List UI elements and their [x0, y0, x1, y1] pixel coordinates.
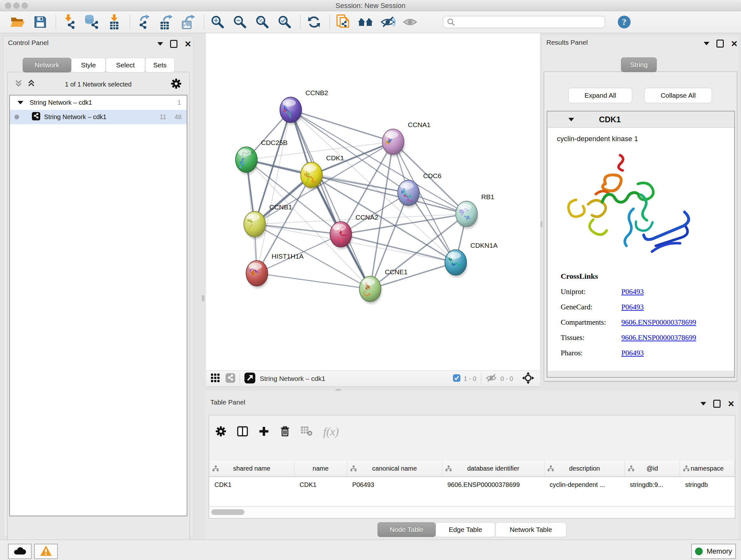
- tab-network[interactable]: Network: [23, 58, 71, 72]
- network-collection-row[interactable]: String Network – cdk1 1: [10, 96, 187, 110]
- panel-menu-icon[interactable]: [704, 42, 710, 45]
- network-row-selected[interactable]: String Network – cdk1 11 48: [10, 110, 187, 124]
- add-column-icon[interactable]: [259, 426, 269, 438]
- panel-menu-icon[interactable]: [700, 402, 706, 406]
- edge-CCNB2-HIST1H1A[interactable]: [257, 110, 291, 273]
- column-mapping-icon: [350, 465, 357, 473]
- panel-close-icon[interactable]: ✕: [728, 401, 735, 407]
- edge-CCNB1-CCNA2[interactable]: [255, 224, 341, 234]
- tab-node-table[interactable]: Node Table: [378, 522, 435, 537]
- zoom-fit-icon[interactable]: [254, 14, 271, 30]
- scrollbar-thumb[interactable]: [211, 509, 245, 515]
- duplicate-network-icon[interactable]: [335, 14, 352, 30]
- crosslink-link[interactable]: 9606.ENSP00000378699: [621, 334, 696, 342]
- panel-float-icon[interactable]: [170, 40, 178, 48]
- node-HIST1H1A[interactable]: HIST1H1A: [246, 253, 304, 288]
- zoom-out-icon[interactable]: [232, 14, 248, 30]
- hide-selected-icon[interactable]: [380, 14, 396, 30]
- crosslink-link[interactable]: P06493: [621, 303, 644, 311]
- gene-section-header[interactable]: CDK1: [547, 111, 734, 128]
- tab-style[interactable]: Style: [71, 58, 106, 72]
- tab-select[interactable]: Select: [106, 58, 145, 72]
- export-network-icon[interactable]: [135, 14, 152, 30]
- gene-collapse-icon[interactable]: [568, 118, 574, 121]
- table-cell[interactable]: cyclin-dependent ...: [544, 481, 625, 489]
- left-splitter-handle[interactable]: [202, 295, 205, 301]
- node-RB1[interactable]: RB1: [456, 193, 494, 229]
- table-row[interactable]: CDK1CDK1P064939606.ENSP00000378699cyclin…: [209, 477, 735, 492]
- table-cell[interactable]: CDK1: [209, 481, 294, 489]
- expand-all-button[interactable]: Expand All: [568, 88, 632, 103]
- memory-button[interactable]: Memory: [691, 544, 736, 559]
- table-cell[interactable]: stringdb:9...: [625, 481, 680, 489]
- edge-CCNB2-RB1[interactable]: [291, 110, 467, 214]
- open-session-icon[interactable]: [10, 14, 26, 30]
- birdseye-toggle-icon[interactable]: [522, 372, 534, 385]
- tab-edge-table[interactable]: Edge Table: [435, 522, 495, 537]
- node-CCNA2[interactable]: CCNA2: [330, 213, 378, 249]
- edge-CDKN1A-CCNE1[interactable]: [370, 262, 456, 289]
- panel-close-icon[interactable]: ✕: [731, 41, 738, 47]
- string-network-graph[interactable]: CCNB2CCNA1CDC25BCDK1CDC6RB1CCNB1CCNA2CDK…: [206, 33, 540, 370]
- detach-view-icon[interactable]: [245, 373, 255, 385]
- collection-expand-icon[interactable]: [17, 101, 23, 105]
- panel-float-icon[interactable]: [713, 400, 721, 408]
- selected-checkbox-icon[interactable]: [453, 374, 461, 383]
- zoom-selected-icon[interactable]: [276, 14, 293, 30]
- network-options-gear-icon[interactable]: [171, 78, 182, 90]
- node-CDC25B[interactable]: CDC25B: [235, 139, 287, 175]
- table-cell[interactable]: stringdb: [680, 481, 735, 489]
- edge-HIST1H1A-CCNE1[interactable]: [257, 273, 370, 289]
- application-window: Session: New Session: [0, 0, 741, 560]
- panel-float-icon[interactable]: [717, 40, 724, 48]
- tab-sets[interactable]: Sets: [145, 58, 175, 72]
- edge-CCNA2-CDKN1A[interactable]: [341, 234, 456, 262]
- column-header-name[interactable]: name: [294, 461, 347, 476]
- table-panel: Table Panel ✕ f(x) shared namenamecanoni…: [206, 391, 738, 540]
- save-session-icon[interactable]: [32, 14, 49, 30]
- column-header-database-identifier[interactable]: database identifier: [442, 461, 544, 476]
- cloud-status-button[interactable]: [8, 544, 31, 559]
- export-image-icon[interactable]: [180, 14, 197, 30]
- crosslink-link[interactable]: 9606.ENSP00000378699: [621, 318, 696, 327]
- search-input[interactable]: [443, 16, 605, 28]
- crosslink-link[interactable]: P06493: [621, 288, 644, 296]
- apply-layout-icon[interactable]: [306, 14, 322, 30]
- column-header-@id[interactable]: @id: [625, 461, 680, 476]
- table-cell[interactable]: 9606.ENSP00000378699: [442, 481, 544, 489]
- zoom-in-icon[interactable]: [209, 14, 226, 30]
- column-header-shared-name[interactable]: shared name: [209, 461, 294, 476]
- column-header-canonical-name[interactable]: canonical name: [347, 461, 442, 476]
- first-neighbors-icon[interactable]: [357, 14, 374, 30]
- panel-menu-icon[interactable]: [157, 42, 163, 46]
- tab-network-table[interactable]: Network Table: [495, 522, 566, 537]
- collection-count: 1: [178, 99, 181, 106]
- node-CDKN1A[interactable]: CDKN1A: [445, 242, 497, 277]
- delete-column-icon[interactable]: [280, 426, 290, 438]
- network-view-canvas[interactable]: CCNB2CCNA1CDC25BCDK1CDC6RB1CCNB1CCNA2CDK…: [206, 33, 540, 370]
- edge-CCNB2-CCNE1[interactable]: [291, 110, 370, 289]
- table-cell[interactable]: P06493: [347, 481, 442, 489]
- column-header-description[interactable]: description: [544, 461, 625, 476]
- panel-close-icon[interactable]: ✕: [185, 41, 192, 47]
- tab-string[interactable]: String: [621, 57, 657, 72]
- node-CCNE1[interactable]: CCNE1: [359, 268, 408, 304]
- grid-view-icon[interactable]: [211, 374, 220, 384]
- crosslink-link[interactable]: P06493: [621, 349, 644, 357]
- column-header-namespace[interactable]: namespace: [680, 461, 735, 476]
- table-horizontal-scrollbar[interactable]: [209, 507, 735, 518]
- warnings-button[interactable]: [34, 544, 58, 559]
- import-network-file-icon[interactable]: [61, 14, 78, 30]
- edge-CCNB2-CCNA1[interactable]: [291, 110, 393, 142]
- import-network-database-icon[interactable]: [84, 14, 100, 30]
- import-table-icon[interactable]: [106, 14, 123, 30]
- network-view-share-icon[interactable]: [226, 373, 235, 384]
- node-CCNA1[interactable]: CCNA1: [382, 121, 430, 157]
- show-columns-icon[interactable]: [237, 426, 248, 438]
- help-icon[interactable]: ?: [616, 14, 632, 30]
- table-options-gear-icon[interactable]: [215, 426, 226, 438]
- export-table-icon[interactable]: [158, 14, 174, 30]
- collapse-all-button[interactable]: Collapse All: [644, 88, 712, 103]
- table-cell[interactable]: CDK1: [294, 481, 347, 489]
- crosslink-row: Tissues:9606.ENSP00000378699: [561, 334, 696, 342]
